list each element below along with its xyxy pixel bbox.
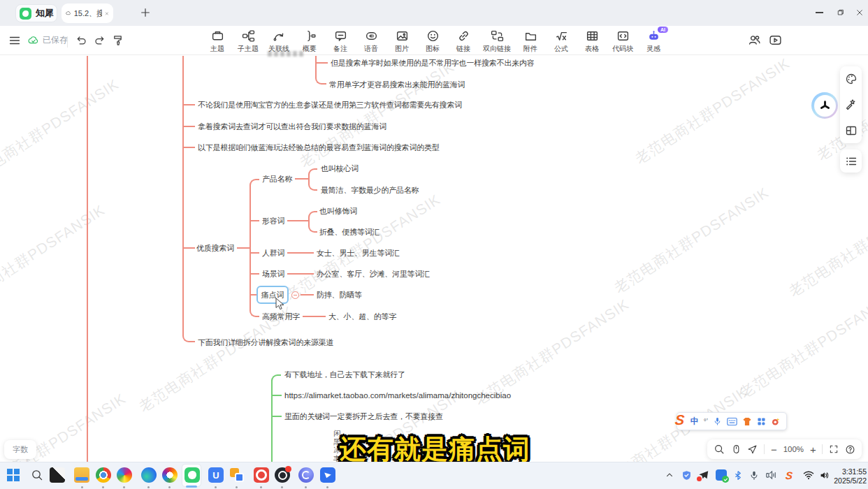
- tray-shield-icon[interactable]: [679, 468, 693, 482]
- taskbar-browser-swirl[interactable]: [116, 467, 133, 483]
- taskbar-browser-ball[interactable]: [161, 467, 178, 483]
- node-text[interactable]: 但是搜索单字时如果使用的是不常用字也一样搜索不出来内容: [331, 58, 535, 68]
- tab-close-icon[interactable]: [105, 10, 109, 17]
- node-text[interactable]: 也叫修饰词: [319, 206, 357, 217]
- tool-bidirectional-link[interactable]: 双向链接: [479, 29, 515, 54]
- tray-microphone-icon[interactable]: [747, 468, 761, 482]
- node-text[interactable]: 折叠、便携等词汇: [319, 227, 379, 238]
- node-text[interactable]: 人群词: [262, 248, 284, 258]
- taskbar-edge[interactable]: [140, 467, 157, 483]
- tool-formula[interactable]: 公式: [546, 29, 577, 54]
- taskbar-app-squares[interactable]: [229, 467, 245, 483]
- format-painter-button[interactable]: [110, 34, 124, 46]
- node-text[interactable]: 场景词: [262, 269, 284, 279]
- tool-code-block[interactable]: 代码块: [607, 29, 638, 54]
- taskbar-app-circle[interactable]: [298, 467, 314, 483]
- zoom-out-button[interactable]: −: [771, 444, 777, 455]
- search-icon[interactable]: [714, 444, 725, 455]
- tool-subtopic[interactable]: 子主题: [233, 29, 263, 54]
- tool-voice[interactable]: 语音: [356, 29, 386, 54]
- ime-mic-icon[interactable]: [713, 416, 722, 426]
- taskbar-obs[interactable]: [274, 467, 291, 483]
- drag-mode-icon[interactable]: [731, 444, 742, 455]
- tool-inspiration[interactable]: AI 灵感: [638, 29, 669, 54]
- ime-toolbox-icon[interactable]: [757, 417, 766, 426]
- ime-mode-toggle[interactable]: 中: [690, 416, 699, 428]
- node-text[interactable]: 有下载地址，自己去下载下来就行了: [284, 370, 405, 380]
- node-text[interactable]: 最简洁、字数最少的产品名称: [321, 185, 419, 196]
- sogou-logo-icon[interactable]: S: [674, 412, 686, 428]
- mindmap-canvas[interactable]: 老范电商社群PDSFANSIK 老范电商社群PDSFANSIK 老范电商社群PD…: [0, 56, 868, 462]
- start-button[interactable]: [5, 467, 22, 483]
- tool-icon[interactable]: 图标: [417, 29, 448, 54]
- layout-structure-icon[interactable]: [845, 124, 858, 137]
- tool-summary[interactable]: 概要: [294, 29, 325, 54]
- ime-punctuation-toggle[interactable]: °’: [704, 418, 708, 425]
- tray-sync-check-icon[interactable]: [714, 468, 728, 482]
- node-text[interactable]: 女士、男士、男生等词汇: [317, 248, 400, 258]
- tray-expand-chevron[interactable]: [663, 468, 677, 482]
- tool-table[interactable]: 表格: [577, 29, 607, 54]
- window-restore-button[interactable]: [830, 3, 851, 22]
- node-text[interactable]: 办公室、客厅、沙滩、河里等词汇: [317, 269, 430, 279]
- tool-attachment[interactable]: 附件: [515, 29, 546, 54]
- tray-bluetooth-icon[interactable]: [731, 468, 745, 482]
- node-text[interactable]: 常用单字才更容易搜索出来能用的蓝海词: [329, 80, 465, 90]
- node-text[interactable]: 下面我们详细拆分讲解搜索词的来源渠道: [198, 337, 333, 348]
- tray-telegram-icon[interactable]: [697, 468, 711, 482]
- node-text[interactable]: 以下是根据咱们做蓝海玩法经验总结的最容易查到蓝海词的搜索词的类型: [198, 143, 440, 153]
- redo-button[interactable]: [92, 34, 106, 46]
- tutorial-video-button[interactable]: [767, 34, 783, 47]
- collaboration-button[interactable]: [746, 34, 762, 47]
- word-count-chip[interactable]: 字数: [4, 440, 36, 459]
- new-tab-button[interactable]: [140, 7, 152, 20]
- help-icon[interactable]: [845, 444, 855, 455]
- taskbar-clock[interactable]: 3:31:55 2025/5/22: [832, 467, 867, 486]
- document-tab[interactable]: 15.2、搜索...: [62, 3, 113, 23]
- tray-wifi-icon[interactable]: [802, 468, 816, 482]
- tool-theme[interactable]: 主题: [202, 29, 233, 54]
- main-menu-button[interactable]: [7, 34, 22, 48]
- node-text[interactable]: 产品名称: [262, 174, 292, 184]
- beautify-wand-icon[interactable]: [845, 98, 858, 111]
- node-text[interactable]: 形容词: [262, 216, 284, 226]
- tool-relation-line[interactable]: 关联线: [263, 29, 294, 54]
- ime-keyboard-icon[interactable]: [727, 417, 737, 426]
- ime-skin-icon[interactable]: [742, 417, 752, 426]
- node-text[interactable]: 大、小、超、的等字: [328, 312, 396, 322]
- taskbar-app-u[interactable]: U: [208, 467, 224, 483]
- window-close-button[interactable]: [849, 3, 868, 22]
- zoom-in-button[interactable]: +: [810, 444, 816, 455]
- tray-volume-icon[interactable]: [818, 468, 832, 482]
- taskbar-app-photos[interactable]: [49, 467, 66, 483]
- tray-audio-device-icon[interactable]: [764, 468, 778, 482]
- undo-button[interactable]: [74, 34, 88, 46]
- node-text[interactable]: 防摔、防晒等: [317, 290, 362, 300]
- app-logo-chip[interactable]: 知犀: [15, 4, 57, 22]
- taskbar-search-icon[interactable]: [29, 467, 45, 483]
- theme-palette-icon[interactable]: [845, 73, 858, 85]
- node-text[interactable]: 高频常用字: [262, 312, 300, 322]
- taskbar-chrome[interactable]: [95, 467, 112, 483]
- node-text-url[interactable]: https://alimarket.taobao.com/markets/ali…: [284, 391, 511, 400]
- taskbar-app-record[interactable]: [253, 467, 270, 483]
- laser-pointer-icon[interactable]: [747, 444, 758, 455]
- fullscreen-icon[interactable]: [829, 444, 839, 454]
- node-text[interactable]: 优质搜索词: [196, 243, 234, 254]
- node-text[interactable]: 也叫核心词: [321, 163, 359, 174]
- tool-link[interactable]: 链接: [448, 29, 479, 54]
- taskbar-app-feishu[interactable]: [319, 467, 336, 483]
- node-text[interactable]: 拿着搜索词去查词才可以查出符合我们要求数据的蓝海词: [198, 122, 386, 132]
- collapse-handle[interactable]: [291, 291, 299, 299]
- taskbar-zhixi-active[interactable]: [184, 467, 201, 483]
- tool-image[interactable]: 图片: [386, 29, 417, 54]
- ai-assistant-button[interactable]: [811, 92, 838, 119]
- node-text[interactable]: 里面的关键词一定要拆开之后去查，不要直接查: [284, 411, 443, 422]
- taskbar-file-explorer[interactable]: [73, 467, 90, 483]
- ime-extra-icon[interactable]: [771, 417, 781, 426]
- tray-sogou-icon[interactable]: S: [782, 468, 796, 482]
- outline-list-icon[interactable]: [845, 155, 858, 168]
- node-text[interactable]: 不论我们是使用淘宝官方的生意参谋还是使用第三方软件查词都需要先有搜索词: [198, 100, 462, 110]
- ime-toolbar[interactable]: S 中 °’: [677, 412, 787, 430]
- window-minimize-button[interactable]: [809, 3, 830, 22]
